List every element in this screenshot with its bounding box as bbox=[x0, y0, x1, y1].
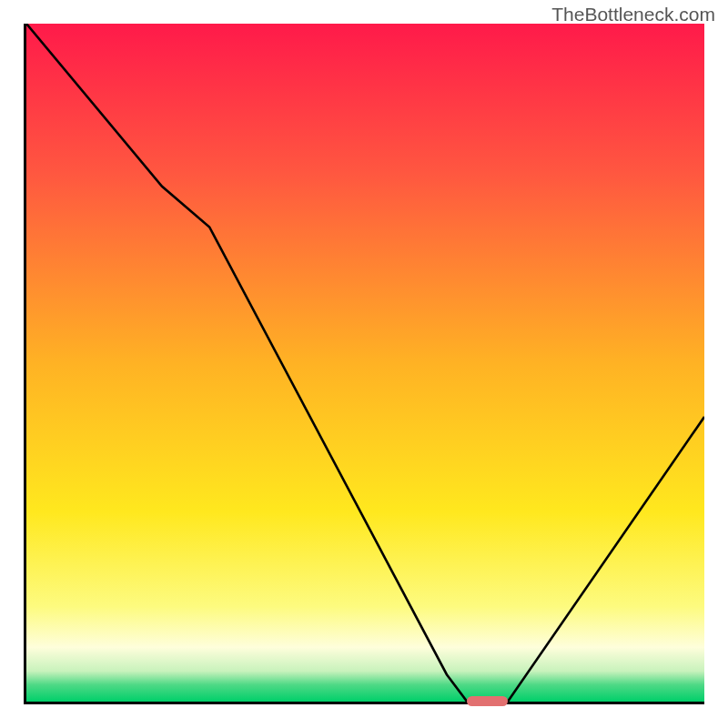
watermark-text: TheBottleneck.com bbox=[551, 4, 715, 25]
optimal-marker bbox=[467, 696, 508, 706]
plot-area bbox=[24, 24, 704, 704]
bottleneck-curve bbox=[26, 24, 704, 702]
